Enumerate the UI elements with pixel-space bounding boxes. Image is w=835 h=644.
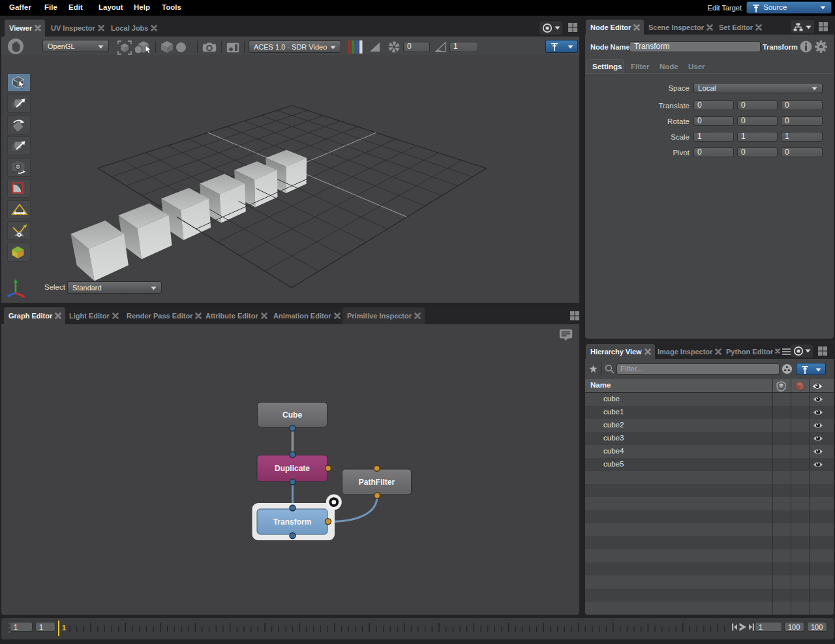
svg-text:Duplicate: Duplicate	[275, 464, 310, 473]
svg-text:Transform: Transform	[273, 517, 312, 527]
svg-text:Cube: Cube	[282, 410, 302, 420]
svg-text:PathFilter: PathFilter	[359, 478, 395, 487]
